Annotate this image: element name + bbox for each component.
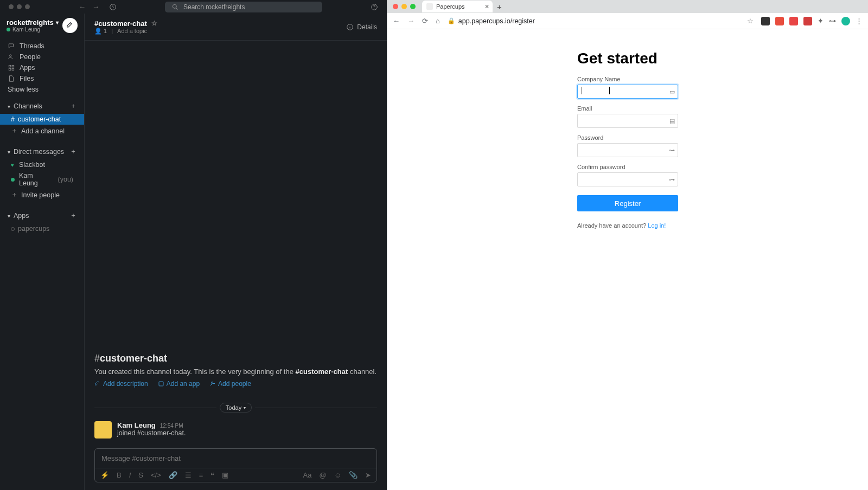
label: Add a channel (21, 127, 65, 135)
min-dot[interactable] (401, 4, 407, 9)
help-icon[interactable] (371, 3, 378, 11)
history-icon[interactable] (109, 3, 117, 11)
strike-icon[interactable]: S (138, 471, 143, 479)
bookmark-icon[interactable]: ☆ (747, 17, 754, 25)
dm-self[interactable]: Kam Leung (you) (0, 170, 84, 189)
add-app-link[interactable]: Add an app (158, 380, 200, 388)
workspace-header[interactable]: rocketfreights ▾ Kam Leung (0, 14, 84, 37)
list-icon[interactable]: ☰ (185, 471, 192, 479)
nav-apps[interactable]: Apps (0, 62, 84, 73)
login-link[interactable]: Log in! (648, 222, 666, 229)
nav-threads[interactable]: Threads (0, 41, 84, 51)
message-composer[interactable]: Message #customer-chat ⚡ B I S </> 🔗 ☰ ≡… (94, 448, 377, 482)
extension-icon[interactable] (789, 17, 798, 25)
page-content: Get started Company Name ▭ Email ▤ Pas (387, 29, 868, 490)
lock-icon: 🔒 (448, 17, 455, 24)
browser-tab[interactable]: Papercups ✕ (422, 1, 493, 12)
code-icon[interactable]: </> (151, 471, 161, 479)
message: Kam Leung12:54 PM joined #customer-chat. (94, 421, 377, 439)
invite-people[interactable]: ＋Invite people (0, 189, 84, 201)
address-bar[interactable]: 🔒 app.papercups.io/register (448, 17, 739, 25)
italic-icon[interactable]: I (129, 471, 131, 479)
add-description-link[interactable]: Add description (94, 380, 148, 388)
back-button[interactable]: ← (393, 17, 400, 25)
apps-section-header[interactable]: Apps ＋ (0, 208, 84, 223)
numlist-icon[interactable]: ≡ (199, 471, 203, 479)
close-dot[interactable] (393, 4, 398, 9)
shortcut-icon[interactable]: ⚡ (100, 471, 109, 479)
composer-input[interactable]: Message #customer-chat (95, 449, 376, 468)
password-input[interactable] (577, 143, 678, 157)
channels-section-header[interactable]: Channels ＋ (0, 98, 84, 114)
nav-files[interactable]: Files (0, 73, 84, 84)
window-traffic-lights (393, 4, 416, 9)
dm-section-header[interactable]: Direct messages ＋ (0, 144, 84, 159)
members-icon[interactable]: 👤 1 (94, 28, 107, 35)
extensions-menu-icon[interactable]: ✦ (818, 17, 824, 25)
count: 1 (104, 28, 107, 34)
svg-rect-5 (9, 65, 11, 67)
add-channel[interactable]: ＋Add a channel (0, 125, 84, 137)
add-dm-icon[interactable]: ＋ (70, 147, 76, 156)
max-dot[interactable] (410, 4, 416, 9)
history-nav: ← → (79, 3, 99, 11)
mention-icon[interactable]: @ (320, 471, 327, 479)
emoji-icon[interactable]: ☺ (334, 471, 341, 479)
channel-customer-chat[interactable]: #customer-chat (0, 114, 84, 125)
bold-icon[interactable]: B (117, 471, 122, 479)
search-input[interactable]: Search rocketfreights (165, 2, 322, 12)
add-people-link[interactable]: Add people (209, 380, 251, 388)
register-button[interactable]: Register (577, 195, 678, 211)
date-pill[interactable]: Today▾ (220, 403, 252, 412)
forward-button[interactable]: → (407, 17, 414, 25)
hash-icon: # (11, 115, 15, 123)
app-papercups[interactable]: papercups (0, 223, 84, 234)
send-icon[interactable]: ➤ (365, 471, 371, 479)
key-icon[interactable]: ⊶ (669, 176, 675, 183)
email-label: Email (577, 105, 678, 112)
extension-icon[interactable] (761, 17, 770, 25)
profile-avatar[interactable] (841, 17, 850, 25)
reload-button[interactable]: ⟳ (422, 17, 428, 25)
nav-people[interactable]: People (0, 51, 84, 62)
confirm-password-input[interactable] (577, 172, 678, 186)
channel-name[interactable]: #customer-chat (94, 20, 147, 28)
key-icon[interactable]: ⊶ (669, 147, 675, 154)
autofill-icon[interactable]: ▭ (669, 88, 675, 95)
label: Kam Leung (19, 172, 49, 187)
add-app-icon[interactable]: ＋ (70, 211, 76, 220)
email-input[interactable] (577, 114, 678, 128)
forward-icon[interactable]: → (92, 3, 99, 11)
codeblock-icon[interactable]: ▣ (222, 471, 228, 479)
format-icon[interactable]: Aa (303, 471, 312, 479)
extension-icon[interactable] (775, 17, 784, 25)
author[interactable]: Kam Leung (117, 421, 156, 429)
nav-showless[interactable]: Show less (0, 84, 84, 95)
link-icon[interactable]: 🔗 (169, 471, 177, 479)
new-tab-button[interactable]: + (493, 2, 506, 11)
confirm-password-label: Confirm password (577, 164, 678, 170)
label: Add people (218, 380, 251, 388)
caret-icon (8, 102, 10, 110)
add-topic[interactable]: Add a topic (117, 28, 147, 34)
compose-button[interactable] (62, 18, 78, 33)
add-channel-icon[interactable]: ＋ (70, 101, 76, 111)
company-input[interactable] (577, 85, 678, 99)
close-tab-icon[interactable]: ✕ (484, 3, 489, 10)
attach-icon[interactable]: 📎 (349, 471, 358, 479)
home-button[interactable]: ⌂ (436, 17, 440, 25)
star-icon[interactable]: ☆ (151, 20, 157, 27)
label: Channels (14, 102, 42, 110)
quote-icon[interactable]: ❝ (210, 471, 214, 479)
dm-slackbot[interactable]: Slackbot (0, 159, 84, 170)
key-icon[interactable]: ⊶ (829, 17, 836, 25)
label: Show less (8, 86, 39, 93)
browser-menu-icon[interactable]: ⋮ (856, 17, 863, 25)
composer-toolbar: ⚡ B I S </> 🔗 ☰ ≡ ❝ ▣ Aa (95, 468, 376, 482)
autofill-icon[interactable]: ▤ (669, 118, 675, 125)
details-button[interactable]: Details (346, 23, 377, 31)
avatar[interactable] (94, 421, 112, 439)
back-icon[interactable]: ← (79, 3, 86, 11)
page-title: Get started (577, 50, 678, 67)
extension-icon[interactable] (803, 17, 812, 25)
